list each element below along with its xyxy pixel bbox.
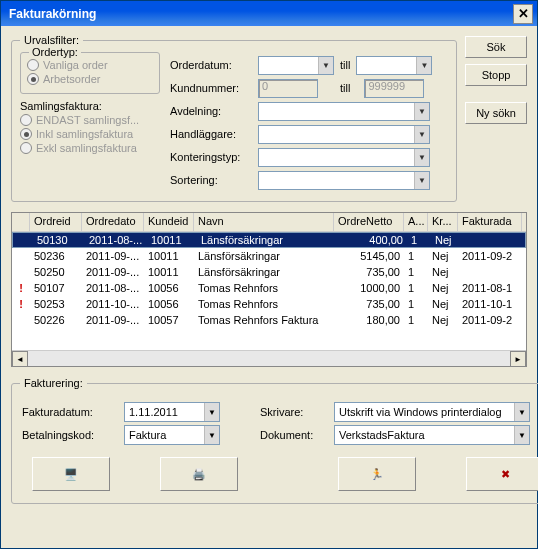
table-row[interactable]: !502532011-10-...10056Tomas Rehnfors735,…: [12, 296, 526, 312]
fakturadatum-select[interactable]: 1.11.2011▼: [124, 402, 220, 422]
warning-icon: !: [12, 298, 30, 310]
table-row[interactable]: 501302011-08-...10011Länsförsäkringar400…: [12, 232, 526, 248]
table-cell: 50130: [33, 234, 85, 246]
table-cell: Nej: [428, 314, 458, 326]
table-cell: 735,00: [334, 298, 404, 310]
table-cell: 1000,00: [334, 282, 404, 294]
table-cell: 2011-10-1: [458, 298, 522, 310]
table-row[interactable]: !501072011-08-...10056Tomas Rehnfors1000…: [12, 280, 526, 296]
table-cell: 10011: [147, 234, 197, 246]
kundnummer-to-input[interactable]: 999999: [364, 79, 424, 98]
run-button[interactable]: 🏃: [338, 457, 416, 491]
konteringstyp-select[interactable]: ▼: [258, 148, 430, 167]
warning-icon: !: [12, 282, 30, 294]
table-row[interactable]: 502262011-09-...10057Tomas Rehnfors Fakt…: [12, 312, 526, 328]
table-cell: 50226: [30, 314, 82, 326]
orderdatum-from-select[interactable]: ▼: [258, 56, 334, 75]
sortering-select[interactable]: ▼: [258, 171, 430, 190]
kundnummer-from-input[interactable]: 0: [258, 79, 318, 98]
table-cell: 10056: [144, 282, 194, 294]
table-cell: 2011-09-...: [82, 250, 144, 262]
column-header[interactable]: A...: [404, 213, 428, 231]
computer-button[interactable]: 🖥️: [32, 457, 110, 491]
cancel-button[interactable]: ✖: [466, 457, 538, 491]
table-cell: 50107: [30, 282, 82, 294]
search-button[interactable]: Sök: [465, 36, 527, 58]
chevron-down-icon: ▼: [514, 403, 529, 421]
table-cell: 180,00: [334, 314, 404, 326]
chevron-down-icon: ▼: [414, 103, 429, 120]
table-cell: 2011-09-2: [458, 314, 522, 326]
print-button[interactable]: 🖨️: [160, 457, 238, 491]
new-search-button[interactable]: Ny sökn: [465, 102, 527, 124]
avdelning-label: Avdelning:: [170, 105, 258, 117]
chevron-down-icon: ▼: [414, 126, 429, 143]
column-header[interactable]: Kr...: [428, 213, 458, 231]
table-row[interactable]: 502362011-09-...10011Länsförsäkringar514…: [12, 248, 526, 264]
fakturering-group: Fakturering: Fakturadatum: 1.11.2011▼ Sk…: [11, 377, 538, 504]
horizontal-scrollbar[interactable]: ◄ ►: [12, 350, 526, 366]
samling-inkl-radio: Inkl samlingsfaktura: [20, 128, 160, 140]
column-header[interactable]: Ordredato: [82, 213, 144, 231]
table-cell: Nej: [428, 266, 458, 278]
table-cell: 10056: [144, 298, 194, 310]
scroll-right-button[interactable]: ►: [510, 351, 526, 367]
column-header[interactable]: Navn: [194, 213, 334, 231]
table-cell: 2011-09-2: [458, 250, 522, 262]
column-header[interactable]: OrdreNetto: [334, 213, 404, 231]
handlaggare-select[interactable]: ▼: [258, 125, 430, 144]
betalningskod-label: Betalningskod:: [22, 429, 114, 441]
chevron-down-icon: ▼: [414, 149, 429, 166]
urvalsfilter-legend: Urvalsfilter:: [20, 34, 83, 46]
table-cell: 2011-08-...: [82, 282, 144, 294]
orders-table[interactable]: OrdreidOrdredatoKundeidNavnOrdreNettoA..…: [11, 212, 527, 367]
table-cell: 735,00: [334, 266, 404, 278]
radio-icon: [20, 114, 32, 126]
column-header[interactable]: Fakturada: [458, 213, 522, 231]
window-title: Fakturakörning: [5, 7, 513, 21]
column-header[interactable]: Kundeid: [144, 213, 194, 231]
stop-button[interactable]: Stopp: [465, 64, 527, 86]
chevron-down-icon: ▼: [414, 172, 429, 189]
table-cell: 400,00: [337, 234, 407, 246]
betalningskod-select[interactable]: Faktura▼: [124, 425, 220, 445]
radio-icon: [27, 73, 39, 85]
titlebar: Fakturakörning ✕: [1, 1, 537, 26]
samling-endast-radio: ENDAST samlingsf...: [20, 114, 160, 126]
handlaggare-label: Handläggare:: [170, 128, 258, 140]
table-cell: 1: [404, 282, 428, 294]
chevron-down-icon: ▼: [514, 426, 529, 444]
table-cell: Nej: [428, 250, 458, 262]
table-cell: 10011: [144, 250, 194, 262]
table-cell: Nej: [428, 298, 458, 310]
avdelning-select[interactable]: ▼: [258, 102, 430, 121]
table-cell: Nej: [431, 234, 461, 246]
fakturering-legend: Fakturering:: [20, 377, 87, 389]
orderdatum-to-select[interactable]: ▼: [356, 56, 432, 75]
table-cell: 2011-08-1: [458, 282, 522, 294]
kundnummer-label: Kundnummer:: [170, 82, 258, 94]
sortering-label: Sortering:: [170, 174, 258, 186]
urvalsfilter-group: Urvalsfilter: Ordertyp: Vanliga order Ar…: [11, 34, 457, 202]
till-label: till: [340, 59, 350, 71]
skrivare-select[interactable]: Utskrift via Windows printerdialog▼: [334, 402, 530, 422]
ordertyp-arbetsorder-radio: Arbetsorder: [27, 73, 153, 85]
table-row[interactable]: 502502011-09-...10011Länsförsäkringar735…: [12, 264, 526, 280]
close-button[interactable]: ✕: [513, 4, 533, 24]
table-cell: 50250: [30, 266, 82, 278]
radio-icon: [27, 59, 39, 71]
run-icon: 🏃: [370, 468, 384, 481]
orderdatum-label: Orderdatum:: [170, 59, 258, 71]
fakturadatum-label: Fakturadatum:: [22, 406, 114, 418]
scroll-left-button[interactable]: ◄: [12, 351, 28, 367]
samling-exkl-radio: Exkl samlingsfaktura: [20, 142, 160, 154]
table-cell: 10011: [144, 266, 194, 278]
column-header[interactable]: Ordreid: [30, 213, 82, 231]
skrivare-label: Skrivare:: [260, 406, 324, 418]
scroll-track[interactable]: [28, 351, 510, 366]
computer-icon: 🖥️: [64, 468, 78, 481]
dokument-select[interactable]: VerkstadsFaktura▼: [334, 425, 530, 445]
radio-icon: [20, 128, 32, 140]
table-cell: 2011-10-...: [82, 298, 144, 310]
table-cell: Länsförsäkringar: [194, 250, 334, 262]
